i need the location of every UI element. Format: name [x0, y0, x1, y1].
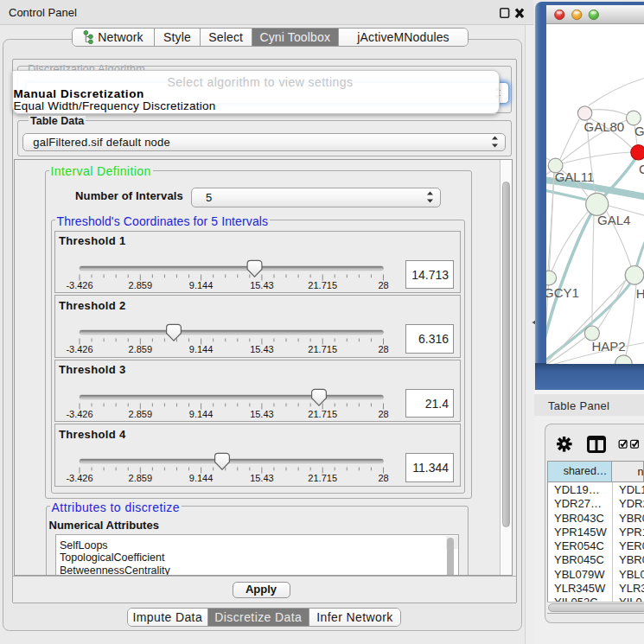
svg-text:15.43: 15.43: [250, 279, 274, 290]
svg-text:G.: G.: [634, 124, 644, 138]
svg-text:GAL11: GAL11: [554, 169, 594, 184]
svg-text:-3.426: -3.426: [66, 344, 92, 354]
svg-text:GAL4: GAL4: [597, 213, 630, 227]
svg-text:-3.426: -3.426: [66, 408, 92, 418]
svg-text:2.859: 2.859: [128, 473, 152, 483]
svg-text:HAP2: HAP2: [591, 339, 625, 354]
svg-text:21.715: 21.715: [308, 279, 337, 290]
svg-text:-3.426: -3.426: [66, 473, 92, 483]
svg-text:9.144: 9.144: [188, 473, 213, 483]
svg-text:21.715: 21.715: [308, 344, 337, 354]
svg-text:9.144: 9.144: [188, 344, 213, 354]
svg-text:21.715: 21.715: [308, 408, 337, 418]
svg-text:2.859: 2.859: [128, 279, 152, 290]
svg-text:C: C: [639, 161, 644, 175]
svg-text:28: 28: [378, 279, 388, 290]
svg-text:2.859: 2.859: [128, 344, 152, 354]
svg-text:15.43: 15.43: [250, 344, 274, 354]
svg-text:GCY1: GCY1: [546, 284, 579, 299]
svg-text:15.43: 15.43: [250, 408, 274, 418]
svg-text:GAL80: GAL80: [583, 119, 624, 134]
svg-text:28: 28: [378, 344, 388, 354]
svg-text:28: 28: [378, 473, 388, 483]
svg-text:2.859: 2.859: [128, 408, 152, 418]
svg-text:-3.426: -3.426: [66, 279, 92, 290]
svg-text:15.43: 15.43: [250, 473, 274, 483]
svg-text:9.144: 9.144: [188, 279, 213, 290]
svg-text:9.144: 9.144: [188, 408, 213, 418]
svg-text:28: 28: [378, 408, 388, 418]
svg-text:21.715: 21.715: [308, 473, 337, 483]
svg-text:H: H: [635, 285, 644, 300]
